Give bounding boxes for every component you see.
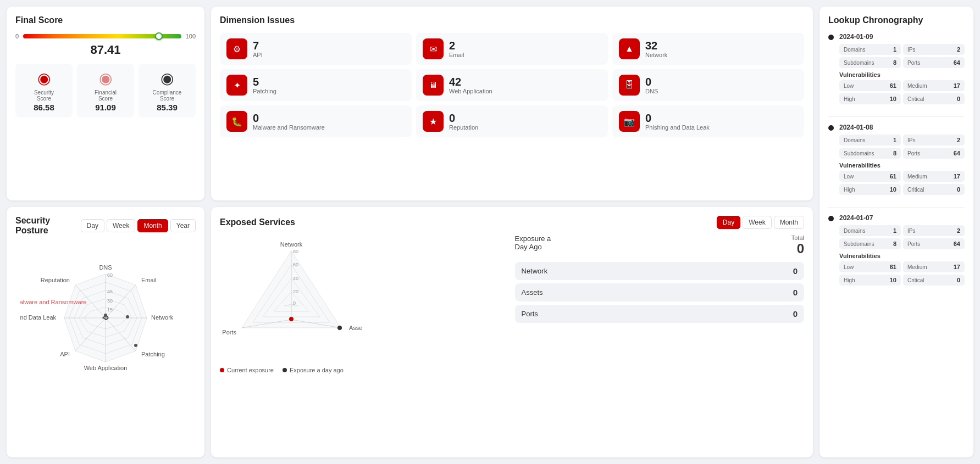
svg-text:20: 20 xyxy=(293,289,298,294)
legend-ago-label: Exposure a day ago xyxy=(290,367,344,373)
exposed-services-title: Exposed Services xyxy=(220,217,295,227)
phishing-info: 0 Phishing and Data Leak xyxy=(645,112,710,131)
lookup-divider-1 xyxy=(828,116,965,117)
posture-header: Security Posture Day Week Month Year xyxy=(15,216,196,236)
lookup-entry-3: 2024-01-07 Domains 1 IPs 2 Subdomains 8 xyxy=(828,214,965,289)
email-icon: ✉ xyxy=(423,38,444,59)
posture-tab-week[interactable]: Week xyxy=(107,219,135,232)
svg-text:Reputation: Reputation xyxy=(41,277,70,283)
gauge-max: 100 xyxy=(186,33,196,40)
svg-text:Phishing and Data Leak: Phishing and Data Leak xyxy=(20,314,56,321)
svg-text:0: 0 xyxy=(293,300,296,306)
svg-text:30: 30 xyxy=(107,298,113,304)
posture-tab-month[interactable]: Month xyxy=(137,219,168,232)
exposed-stats: Exposure aDay Ago Total 0 Network 0 Asse… xyxy=(515,234,805,373)
dimension-item-malware: 🐛 0 Malware and Ransomware xyxy=(220,105,412,137)
lookup-medium-1: Medium 17 xyxy=(903,80,965,91)
exposed-tab-group: Day Week Month xyxy=(717,216,804,229)
svg-text:Web Application: Web Application xyxy=(84,365,128,371)
dashboard: Final Score 0 100 87.41 ◉ SecurityScore … xyxy=(0,0,980,464)
network-count: 32 xyxy=(645,40,667,52)
posture-tab-year[interactable]: Year xyxy=(170,219,196,232)
lookup-critical-1: Critical 0 xyxy=(903,93,965,104)
phishing-label: Phishing and Data Leak xyxy=(645,124,710,131)
exposure-total-value: 0 xyxy=(791,241,804,256)
email-label: Email xyxy=(449,52,464,58)
malware-label: Malware and Ransomware xyxy=(253,124,325,131)
reputation-icon: ★ xyxy=(423,111,444,132)
phishing-icon: 📷 xyxy=(619,111,640,132)
lookup-chronography-title: Lookup Chronography xyxy=(828,15,965,25)
lookup-entry-2: 2024-01-08 Domains 1 IPs 2 Subdomains 8 xyxy=(828,124,965,198)
email-info: 2 Email xyxy=(449,40,464,58)
dimension-issues-card: Dimension Issues ⚙ 7 API ✉ 2 Email ▲ 32 xyxy=(211,7,813,200)
exposed-tab-day[interactable]: Day xyxy=(717,216,740,229)
dimension-item-dns: 🗄 0 DNS xyxy=(612,69,804,101)
dns-label: DNS xyxy=(645,88,658,94)
svg-point-41 xyxy=(337,326,342,330)
svg-text:60: 60 xyxy=(107,272,113,278)
security-posture-card: Security Posture Day Week Month Year xyxy=(7,207,204,458)
lookup-content-3: 2024-01-07 Domains 1 IPs 2 Subdomains 8 xyxy=(839,214,965,289)
exposed-radar-chart: Network Assets Ports 80 60 40 20 0 xyxy=(220,234,363,361)
legend-current: Current exposure xyxy=(220,367,274,373)
network-icon: ▲ xyxy=(619,38,640,59)
webapp-count: 42 xyxy=(449,76,492,88)
email-count: 2 xyxy=(449,40,464,52)
dimension-item-email: ✉ 2 Email xyxy=(416,33,608,65)
dimension-item-api: ⚙ 7 API xyxy=(220,33,412,65)
lookup-vuln-grid-1: Low 61 Medium 17 High 10 Critical 0 xyxy=(839,80,965,104)
svg-text:API: API xyxy=(60,351,70,357)
lookup-vuln-grid-2: Low 61 Medium 17 High 10 Critical 0 xyxy=(839,171,965,195)
api-label: API xyxy=(253,52,263,58)
svg-text:Network: Network xyxy=(280,241,303,248)
compliance-score-label: ComplianceScore xyxy=(143,90,191,102)
svg-point-14 xyxy=(104,314,107,317)
svg-text:Ports: Ports xyxy=(222,329,236,336)
security-score-value: 86.58 xyxy=(20,103,68,112)
gauge-knob xyxy=(155,32,163,40)
exposed-radar-wrap: Network Assets Ports 80 60 40 20 0 Curre… xyxy=(220,234,510,373)
patching-info: 5 Patching xyxy=(253,76,276,94)
exposed-tab-month[interactable]: Month xyxy=(774,216,804,229)
svg-text:40: 40 xyxy=(293,276,298,281)
gauge-min: 0 xyxy=(15,33,19,40)
svg-text:Malware and Ransomware: Malware and Ransomware xyxy=(20,299,86,305)
lookup-grid-2: Domains 1 IPs 2 Subdomains 8 Ports 64 xyxy=(839,135,965,159)
dimension-item-phishing: 📷 0 Phishing and Data Leak xyxy=(612,105,804,137)
lookup-grid-1: Domains 1 IPs 2 Subdomains 8 Ports 64 xyxy=(839,44,965,68)
lookup-ips-1: IPs 2 xyxy=(903,44,965,55)
malware-count: 0 xyxy=(253,112,325,124)
exposed-tab-week[interactable]: Week xyxy=(743,216,771,229)
network-label: Network xyxy=(645,52,667,58)
exposure-stats-header: Exposure aDay Ago Total 0 xyxy=(515,234,805,256)
legend-ago: Exposure a day ago xyxy=(283,367,344,373)
lookup-low-1: Low 61 xyxy=(839,80,901,91)
dns-info: 0 DNS xyxy=(645,76,658,94)
final-score-title: Final Score xyxy=(15,15,196,25)
svg-text:Assets: Assets xyxy=(349,325,363,331)
webapp-icon: 🖥 xyxy=(423,75,444,96)
reputation-count: 0 xyxy=(449,112,478,124)
exposed-content: Network Assets Ports 80 60 40 20 0 Curre… xyxy=(220,234,804,373)
svg-text:80: 80 xyxy=(293,249,298,254)
security-score-icon: ◉ xyxy=(20,69,68,87)
score-gauge: 0 100 xyxy=(15,33,196,40)
lookup-divider-2 xyxy=(828,207,965,208)
exposed-legend: Current exposure Exposure a day ago xyxy=(220,367,510,373)
posture-radar-chart: DNS Email Network Patching Web Applicati… xyxy=(20,241,191,395)
exposed-services-card: Exposed Services Day Week Month xyxy=(211,207,813,458)
lookup-date-2: 2024-01-08 xyxy=(839,124,965,131)
lookup-content-2: 2024-01-08 Domains 1 IPs 2 Subdomains 8 xyxy=(839,124,965,198)
compliance-score-icon: ◉ xyxy=(143,69,191,87)
svg-text:Patching: Patching xyxy=(141,351,165,357)
patching-icon: ✦ xyxy=(226,75,247,96)
posture-title: Security Posture xyxy=(15,216,81,236)
posture-tab-day[interactable]: Day xyxy=(81,219,104,232)
lookup-content-1: 2024-01-09 Domains 1 IPs 2 Subdomains 8 xyxy=(839,33,965,108)
exposure-row-ports: Ports 0 xyxy=(515,305,805,323)
gauge-bar xyxy=(23,34,181,38)
financial-score-label: FinancialScore xyxy=(81,90,130,102)
lookup-high-1: High 10 xyxy=(839,93,901,104)
webapp-info: 42 Web Application xyxy=(449,76,492,94)
